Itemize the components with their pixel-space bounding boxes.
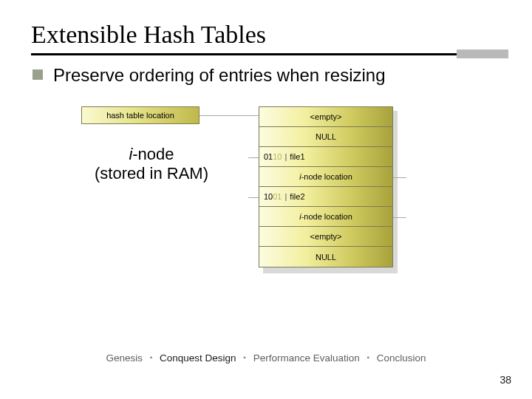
- cell-inode-loc-3: i-node location: [259, 167, 392, 187]
- title-rule: [31, 52, 501, 56]
- cell2-sep: |: [285, 152, 287, 161]
- cell3-rest: -node location: [301, 172, 352, 181]
- tick-line-left-2: [248, 197, 259, 198]
- dot-icon: ▪: [367, 353, 370, 361]
- diagram: hash table location i-node (stored in RA…: [81, 106, 451, 284]
- footer-genesis: Genesis: [106, 352, 143, 364]
- slide-title: Extensible Hash Tables: [31, 21, 501, 49]
- tick-line-left-1: [248, 157, 259, 158]
- bullet-icon: [33, 69, 43, 80]
- dot-icon: ▪: [150, 353, 153, 361]
- footer-performance-evaluation: Performance Evaluation: [253, 352, 360, 364]
- diagram-right-column: <empty> NULL 0110 | file1 i-node locatio…: [259, 106, 399, 267]
- cell5-rest: -node location: [301, 212, 352, 221]
- bullet-row: Preserve ordering of entries when resizi…: [33, 65, 501, 86]
- inode-rest: -node: [132, 145, 174, 163]
- bullet-text: Preserve ordering of entries when resizi…: [53, 65, 386, 86]
- cell4-sep: |: [285, 192, 287, 201]
- cell4-faded: 01: [273, 192, 282, 201]
- cell-entry-file1: 0110 | file1: [259, 147, 392, 167]
- inode-caption: i-node (stored in RAM): [81, 145, 222, 184]
- cell-empty-6: <empty>: [259, 227, 392, 247]
- footer-breadcrumb: Genesis ▪ Conquest Design ▪ Performance …: [0, 352, 532, 364]
- cell-entry-file2: 1001 | file2: [259, 187, 392, 207]
- slide: Extensible Hash Tables Preserve ordering…: [0, 0, 532, 399]
- page-number: 38: [499, 374, 511, 386]
- connector-line: [200, 115, 259, 116]
- hash-table-stack: <empty> NULL 0110 | file1 i-node locatio…: [259, 106, 393, 267]
- cell2-faded: 10: [273, 152, 282, 161]
- hash-table-location-label: hash table location: [81, 106, 200, 124]
- title-rule-bar: [31, 53, 501, 55]
- cell2-prefix: 01: [264, 152, 273, 161]
- dot-icon: ▪: [243, 353, 246, 361]
- cell-empty-0: <empty>: [259, 107, 392, 127]
- diagram-left-column: hash table location i-node (stored in RA…: [81, 106, 229, 184]
- inode-line2: (stored in RAM): [95, 164, 208, 183]
- cell4-file: file2: [290, 192, 304, 201]
- cell-null-7: NULL: [259, 247, 392, 267]
- title-rule-endcap: [457, 50, 508, 58]
- tick-line-2: [393, 217, 406, 218]
- footer-conquest-design: Conquest Design: [160, 352, 236, 364]
- cell-null-1: NULL: [259, 127, 392, 147]
- footer-conclusion: Conclusion: [377, 352, 426, 364]
- tick-line-1: [393, 177, 406, 178]
- cell4-prefix: 10: [264, 192, 273, 201]
- cell-inode-loc-5: i-node location: [259, 207, 392, 227]
- cell2-file: file1: [290, 152, 304, 161]
